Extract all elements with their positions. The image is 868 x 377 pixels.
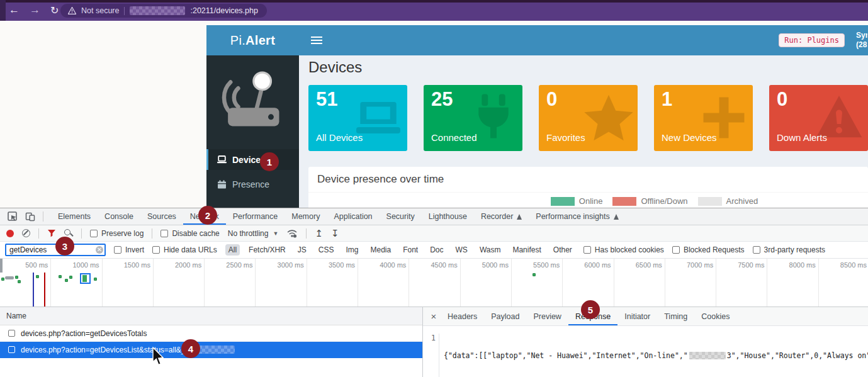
invert-checkbox[interactable]: Invert xyxy=(114,245,144,254)
timeline-mark xyxy=(33,273,34,307)
filter-checkbox[interactable]: 3rd-party requests xyxy=(753,245,825,254)
filter-chip[interactable]: WS xyxy=(453,244,471,256)
close-icon[interactable]: × xyxy=(427,307,441,325)
checkbox[interactable] xyxy=(8,330,15,337)
hamburger-icon[interactable] xyxy=(311,37,322,46)
timeline-scroll-handle[interactable] xyxy=(0,259,3,273)
request-type-chips: AllFetch/XHRJSCSSImgMediaFontDocWSWasmMa… xyxy=(225,244,575,256)
filter-chip[interactable]: Fetch/XHR xyxy=(245,244,289,256)
checkbox[interactable] xyxy=(114,246,121,254)
pialert-app: Pi.Alert Run: Plugins Syn (28, xyxy=(206,25,868,208)
disable-cache-checkbox[interactable]: Disable cache xyxy=(161,229,219,238)
detail-tab[interactable]: Preview xyxy=(526,307,568,325)
filter-chip[interactable]: All xyxy=(225,244,240,256)
app-content: Devices 51 All Devices 25 Connected 0 xyxy=(299,55,868,208)
summary-cards: 51 All Devices 25 Connected 0 Favorites xyxy=(308,85,868,151)
devtools-tab[interactable]: Console xyxy=(98,208,140,225)
reload-icon[interactable]: ↻ xyxy=(50,4,59,16)
filter-chip[interactable]: Img xyxy=(342,244,361,256)
not-secure-label: Not secure xyxy=(81,6,119,15)
detail-tab[interactable]: Headers xyxy=(441,307,484,325)
response-body[interactable]: 1 {"data":[["laptop","Net - Huawei","Int… xyxy=(423,326,868,377)
devtools-tab[interactable]: Sources xyxy=(140,208,183,225)
run-plugins-button[interactable]: Run: Plugins xyxy=(779,33,845,47)
annotation-step-badge: 3 xyxy=(55,237,74,256)
timeline-tick-label: 5000 ms xyxy=(461,259,512,307)
throttling-select[interactable]: No throttling ▼ xyxy=(228,229,279,238)
request-table-header[interactable]: Name xyxy=(0,307,422,325)
filter-chip[interactable]: Font xyxy=(400,244,421,256)
device-toolbar-icon[interactable] xyxy=(25,211,35,222)
devtools-tab[interactable]: Elements xyxy=(51,208,98,225)
panel-title: Device presence over time xyxy=(308,167,868,193)
devtools-tab[interactable]: Performance insights xyxy=(529,208,625,225)
address-bar[interactable]: Not secure :20211/devices.php xyxy=(60,4,267,18)
mouse-cursor xyxy=(151,347,164,367)
sidebar-item-label: Presence xyxy=(232,179,269,189)
detail-tab[interactable]: Initiator xyxy=(617,307,657,325)
card-down-alerts[interactable]: 0 Down Alerts xyxy=(769,85,868,151)
sidebar-item-presence[interactable]: Presence xyxy=(206,174,299,194)
sidebar-item-devices[interactable]: Devices xyxy=(206,149,299,170)
card-new-devices[interactable]: 1 New Devices xyxy=(654,85,753,151)
card-connected[interactable]: 25 Connected xyxy=(424,85,522,151)
legend-archived: Archived xyxy=(698,196,758,206)
devtools-tab[interactable]: Security xyxy=(380,208,422,225)
record-icon[interactable] xyxy=(6,230,14,237)
detail-tab[interactable]: Payload xyxy=(484,307,526,325)
app-logo[interactable]: Pi.Alert xyxy=(206,25,299,55)
detail-tab[interactable]: Timing xyxy=(657,307,694,325)
devtools-tab[interactable]: Memory xyxy=(285,208,327,225)
export-har-icon[interactable]: ↧ xyxy=(331,228,339,239)
filter-funnel-icon[interactable] xyxy=(47,229,56,237)
card-value: 51 xyxy=(316,88,337,111)
card-value: 0 xyxy=(777,88,787,111)
forward-icon[interactable]: → xyxy=(30,4,40,16)
checkbox[interactable] xyxy=(152,246,160,254)
hide-data-urls-checkbox[interactable]: Hide data URLs xyxy=(152,245,217,254)
browser-chrome: ← → ↻ Not secure :20211/devices.php xyxy=(0,0,868,21)
filter-checkbox[interactable]: Has blocked cookies xyxy=(583,245,664,254)
checkbox[interactable] xyxy=(753,246,760,254)
filter-chip[interactable]: Manifest xyxy=(509,244,544,256)
detail-tab[interactable]: Cookies xyxy=(694,307,736,325)
calendar-icon xyxy=(217,180,227,189)
timeline-tick-label: 4000 ms xyxy=(358,259,409,307)
filter-chip[interactable]: Wasm xyxy=(476,244,504,256)
checkbox[interactable] xyxy=(161,230,168,237)
request-row-devices-list[interactable]: devices.php?action=getDevicesList&status… xyxy=(0,342,422,358)
window-top-edge xyxy=(0,0,868,3)
checkbox[interactable] xyxy=(583,246,591,254)
filter-chip[interactable]: JS xyxy=(295,244,310,256)
screenshot-root: ← → ↻ Not secure :20211/devices.php Pi.A… xyxy=(0,0,868,377)
devtools-tabs: ElementsConsoleSourcesNetworkPerformance… xyxy=(51,208,626,225)
filter-chip[interactable]: Other xyxy=(550,244,575,256)
devtools-tab[interactable]: Application xyxy=(327,208,379,225)
timeline-mark xyxy=(59,275,62,278)
checkbox[interactable] xyxy=(672,246,680,254)
card-favorites[interactable]: 0 Favorites xyxy=(539,85,638,151)
devtools-tab[interactable]: Performance xyxy=(226,208,285,225)
request-row-totals[interactable]: devices.php?action=getDevicesTotals xyxy=(0,325,422,342)
devtools-tab[interactable]: Recorder xyxy=(474,208,529,225)
preserve-log-checkbox[interactable]: Preserve log xyxy=(90,229,144,238)
card-value: 0 xyxy=(546,88,557,111)
inspect-element-icon[interactable] xyxy=(8,211,18,222)
clear-filter-icon[interactable]: ✕ xyxy=(96,246,103,254)
clear-network-log-icon[interactable] xyxy=(22,229,30,237)
checkbox[interactable] xyxy=(8,346,15,353)
filter-chip[interactable]: CSS xyxy=(315,244,337,256)
checkbox[interactable] xyxy=(90,230,98,237)
filter-chip[interactable]: Doc xyxy=(427,244,446,256)
line-number: 1 xyxy=(423,334,439,377)
filter-checkbox[interactable]: Blocked Requests xyxy=(672,245,745,254)
network-overview-timeline[interactable]: 500 ms1000 ms1500 ms2000 ms2500 ms3000 m… xyxy=(0,259,868,307)
filter-chip[interactable]: Media xyxy=(367,244,394,256)
annotation-step-badge: 5 xyxy=(581,300,600,319)
network-conditions-icon[interactable] xyxy=(286,229,298,238)
devtools-tab[interactable]: Lighthouse xyxy=(422,208,474,225)
card-all-devices[interactable]: 51 All Devices xyxy=(308,85,407,151)
back-icon[interactable]: ← xyxy=(9,4,20,16)
import-har-icon[interactable]: ↥ xyxy=(315,228,323,239)
devtools-panel: ElementsConsoleSourcesNetworkPerformance… xyxy=(0,208,868,377)
